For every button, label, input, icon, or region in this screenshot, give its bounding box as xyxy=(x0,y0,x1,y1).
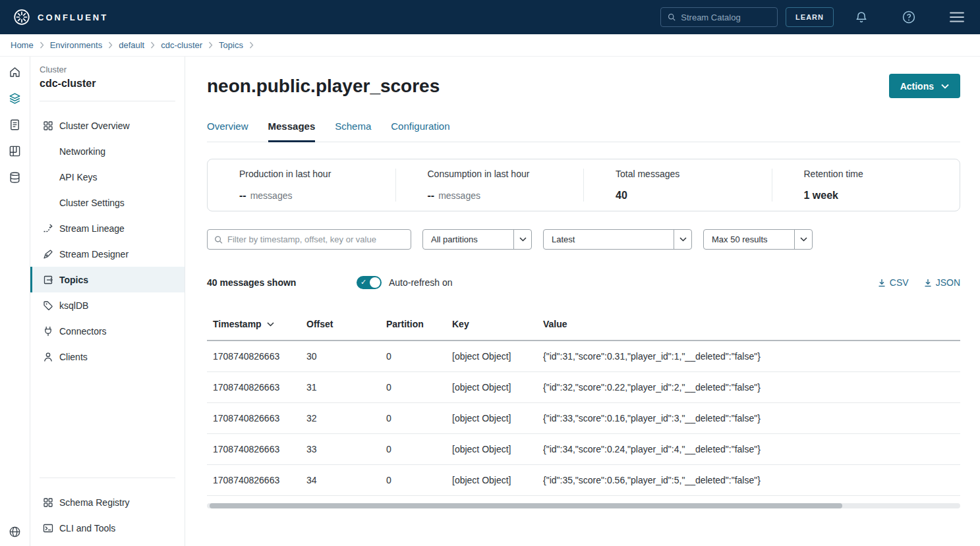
breadcrumb-environments[interactable]: Environments xyxy=(50,40,102,50)
main-content: neon.public.player_scores Actions Overvi… xyxy=(185,57,980,546)
learn-button[interactable]: LEARN xyxy=(786,7,834,27)
icon-rail xyxy=(0,57,30,546)
sidebar-divider xyxy=(40,101,175,101)
brand-name: CONFLUENT xyxy=(38,13,108,22)
breadcrumb-topics[interactable]: Topics xyxy=(219,40,243,50)
table-header-row: Timestamp Offset Partition Key Value xyxy=(207,309,960,341)
sidebar-item-label: API Keys xyxy=(59,172,98,182)
partitions-dropdown[interactable]: All partitions xyxy=(422,229,532,250)
breadcrumb-cdc-cluster[interactable]: cdc-cluster xyxy=(161,40,202,50)
stat-value: 1 week xyxy=(804,190,838,202)
sidebar-item-ksqldb[interactable]: ksqlDB xyxy=(30,292,185,318)
sidebar-item-label: Topics xyxy=(59,275,88,285)
message-row[interactable]: 1708740826663 34 0 [object Object] {"id"… xyxy=(207,465,960,496)
sort-chevron-icon xyxy=(267,322,274,327)
stream-catalog-search-input[interactable] xyxy=(681,13,770,22)
sidebar-item-cli-and-tools[interactable]: CLI and Tools xyxy=(30,515,185,541)
cell-key: [object Object] xyxy=(446,465,537,496)
tab-overview[interactable]: Overview xyxy=(207,121,248,142)
search-icon xyxy=(214,235,223,244)
sidebar-item-stream-lineage[interactable]: Stream Lineage xyxy=(30,215,185,241)
top-navbar: CONFLUENT LEARN xyxy=(0,0,980,34)
message-row[interactable]: 1708740826663 31 0 [object Object] {"id"… xyxy=(207,372,960,403)
sidebar-item-clients[interactable]: Clients xyxy=(30,344,185,369)
actions-button[interactable]: Actions xyxy=(889,74,960,98)
sidebar-item-schema-registry[interactable]: Schema Registry xyxy=(30,489,185,515)
chevron-down-icon xyxy=(794,230,812,249)
sidebar-divider xyxy=(40,478,175,478)
document-icon[interactable] xyxy=(9,119,21,131)
cell-timestamp: 1708740826663 xyxy=(207,465,301,496)
cell-value: {"id":33,"score":0.16,"player_id":3,"__d… xyxy=(537,403,960,434)
home-icon[interactable] xyxy=(9,66,21,78)
breadcrumb: Home Environments default cdc-cluster To… xyxy=(0,34,980,57)
breadcrumb-home[interactable]: Home xyxy=(11,40,34,50)
message-filter-input[interactable] xyxy=(227,234,404,244)
horizontal-scrollbar-thumb[interactable] xyxy=(210,503,842,508)
topic-tabs: Overview Messages Schema Configuration xyxy=(207,121,960,142)
message-row[interactable]: 1708740826663 30 0 [object Object] {"id"… xyxy=(207,341,960,372)
sidebar-item-topics[interactable]: Topics xyxy=(30,267,185,292)
check-icon: ✓ xyxy=(360,279,366,286)
message-filter-search[interactable] xyxy=(207,229,411,250)
sidebar-item-connectors[interactable]: Connectors xyxy=(30,318,185,344)
column-header-timestamp[interactable]: Timestamp xyxy=(207,309,301,341)
board-icon[interactable] xyxy=(9,145,21,157)
order-dropdown[interactable]: Latest xyxy=(543,229,692,250)
notifications-bell-icon[interactable] xyxy=(855,11,868,24)
auto-refresh-label: Auto-refresh on xyxy=(389,277,453,288)
globe-icon[interactable] xyxy=(9,526,21,538)
chevron-down-icon xyxy=(674,230,691,249)
stat-value: 40 xyxy=(616,190,627,202)
toggle-knob xyxy=(370,277,380,288)
cell-key: [object Object] xyxy=(446,341,537,372)
stat-suffix: messages xyxy=(438,190,480,201)
actions-button-label: Actions xyxy=(900,81,934,92)
download-json-link[interactable]: JSON xyxy=(924,277,960,288)
stat-label: Production in last hour xyxy=(239,169,395,179)
cell-key: [object Object] xyxy=(446,434,537,465)
confluent-logo-icon xyxy=(13,9,30,26)
cluster-section-label: Cluster xyxy=(30,65,185,74)
cell-partition: 0 xyxy=(380,434,446,465)
cell-value: {"id":31,"score":0.31,"player_id":1,"__d… xyxy=(537,341,960,372)
message-row[interactable]: 1708740826663 33 0 [object Object] {"id"… xyxy=(207,434,960,465)
messages-shown-count: 40 messages shown xyxy=(207,277,357,288)
cell-partition: 0 xyxy=(380,372,446,403)
stat-value: -- xyxy=(428,190,435,202)
page-title: neon.public.player_scores xyxy=(207,76,440,97)
help-icon[interactable] xyxy=(902,11,915,24)
sidebar-item-networking[interactable]: Networking xyxy=(30,138,185,164)
stat-total-messages: Total messages 40 xyxy=(583,169,772,202)
breadcrumb-default[interactable]: default xyxy=(119,40,144,50)
download-icon xyxy=(924,279,932,287)
result-limit-dropdown[interactable]: Max 50 results xyxy=(703,229,813,250)
cell-timestamp: 1708740826663 xyxy=(207,372,301,403)
tab-schema[interactable]: Schema xyxy=(335,121,371,142)
plug-icon xyxy=(43,326,53,337)
order-dropdown-value: Latest xyxy=(544,234,674,244)
sidebar-item-stream-designer[interactable]: Stream Designer xyxy=(30,241,185,267)
breadcrumb-separator-icon xyxy=(208,41,213,49)
sidebar-item-cluster-overview[interactable]: Cluster Overview xyxy=(30,113,185,138)
download-json-label: JSON xyxy=(936,277,960,288)
cell-timestamp: 1708740826663 xyxy=(207,403,301,434)
tab-configuration[interactable]: Configuration xyxy=(391,121,449,142)
tag-icon xyxy=(43,300,53,311)
schema-registry-icon xyxy=(43,497,53,508)
message-row[interactable]: 1708740826663 32 0 [object Object] {"id"… xyxy=(207,403,960,434)
sidebar-item-api-keys[interactable]: API Keys xyxy=(30,164,185,190)
column-header-value: Value xyxy=(537,309,960,341)
auto-refresh-toggle[interactable]: ✓ xyxy=(357,276,382,289)
stream-catalog-search[interactable] xyxy=(660,7,778,27)
environments-layers-icon[interactable] xyxy=(9,92,21,105)
cluster-name: cdc-cluster xyxy=(30,74,185,90)
cell-partition: 0 xyxy=(380,341,446,372)
download-csv-link[interactable]: CSV xyxy=(878,277,909,288)
tab-messages[interactable]: Messages xyxy=(268,121,316,142)
database-icon[interactable] xyxy=(9,171,21,184)
sidebar-item-cluster-settings[interactable]: Cluster Settings xyxy=(30,190,185,215)
confluent-logo[interactable]: CONFLUENT xyxy=(13,9,108,26)
hamburger-menu-icon[interactable] xyxy=(950,12,964,22)
message-status-row: 40 messages shown ✓ Auto-refresh on CSV … xyxy=(207,276,960,289)
